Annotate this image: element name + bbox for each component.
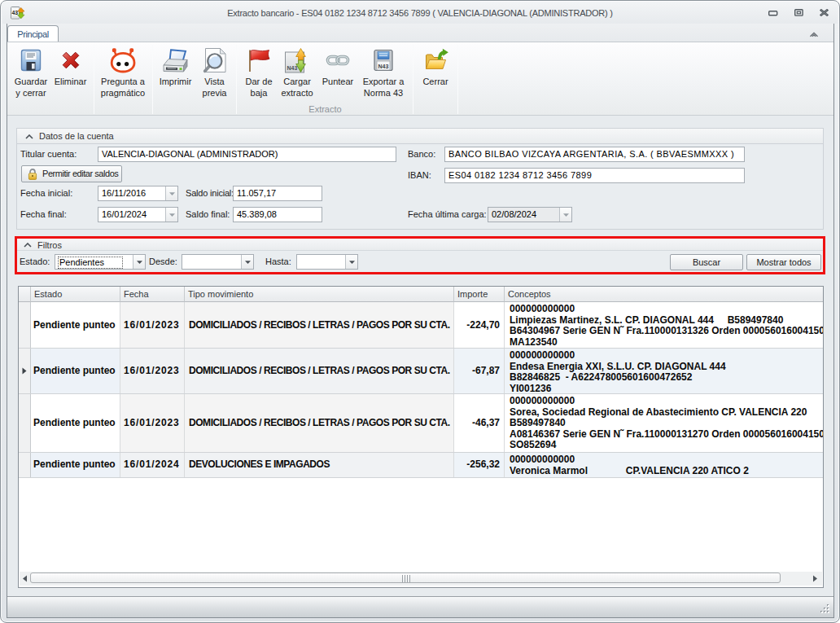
- svg-text:N43: N43: [287, 65, 298, 71]
- svg-text:N43: N43: [378, 64, 389, 69]
